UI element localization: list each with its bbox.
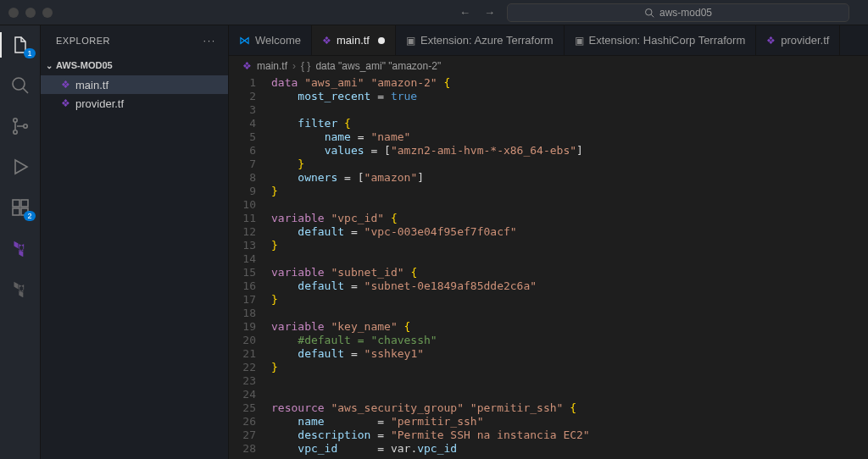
svg-point-0 [645, 8, 652, 15]
svg-rect-8 [13, 208, 19, 215]
file-tree: ❖main.tf❖provider.tf [41, 75, 228, 459]
code-lines[interactable]: data "aws_ami" "amazon-2" { most_recent … [268, 76, 868, 459]
extension-icon: ▣ [406, 35, 415, 47]
sidebar-title: EXPLORER [56, 36, 110, 46]
file-name: main.tf [75, 79, 108, 91]
nav-forward-icon[interactable]: → [484, 6, 495, 19]
terraform-icon[interactable] [9, 237, 31, 259]
terraform-file-icon: ❖ [766, 35, 776, 47]
breadcrumb-file: main.tf [257, 60, 287, 72]
nav-back-icon[interactable]: ← [459, 6, 470, 19]
extensions-badge: 2 [24, 211, 35, 221]
explorer-badge: 1 [24, 48, 35, 58]
editor-tab[interactable]: ❖provider.tf [756, 25, 840, 55]
editor-tab[interactable]: ▣Extension: HashiCorp Terraform [565, 25, 757, 55]
tab-label: Extension: HashiCorp Terraform [589, 34, 746, 47]
svg-line-1 [651, 14, 654, 17]
folder-header[interactable]: ⌄ AWS-MOD05 [41, 55, 228, 75]
terraform-file-icon: ❖ [61, 97, 70, 109]
dirty-indicator [378, 37, 385, 44]
terraform-file-icon: ❖ [322, 35, 331, 47]
window-controls [8, 8, 53, 18]
editor-tabs: ⋈Welcome❖main.tf▣Extension: Azure Terraf… [229, 25, 868, 56]
svg-rect-7 [13, 200, 19, 207]
more-icon[interactable]: ··· [203, 36, 216, 46]
editor-tab[interactable]: ❖main.tf [312, 25, 396, 55]
breadcrumb-symbol: data "aws_ami" "amazon-2" [315, 60, 441, 72]
minimize-window-button[interactable] [25, 8, 36, 18]
svg-point-5 [13, 130, 16, 134]
svg-line-3 [23, 88, 28, 93]
tab-label: Extension: Azure Terraform [420, 34, 554, 47]
tab-label: provider.tf [781, 34, 829, 47]
line-number-gutter: 1234567891011121314151617181920212223242… [229, 76, 268, 459]
file-tree-item[interactable]: ❖provider.tf [41, 94, 228, 113]
command-center[interactable]: aws-mod05 [507, 3, 849, 22]
nav-arrows: ← → [459, 6, 495, 19]
tab-label: main.tf [337, 34, 370, 47]
svg-point-6 [23, 124, 26, 128]
extension-icon: ▣ [575, 35, 584, 47]
svg-point-2 [13, 78, 25, 90]
svg-rect-10 [21, 200, 28, 207]
maximize-window-button[interactable] [42, 8, 53, 18]
explorer-icon[interactable]: 1 [9, 34, 31, 56]
brackets-icon: { } [301, 60, 310, 72]
vscode-icon: ⋈ [239, 34, 250, 47]
run-debug-icon[interactable] [9, 156, 31, 178]
editor-area: ⋈Welcome❖main.tf▣Extension: Azure Terraf… [229, 25, 868, 459]
file-name: provider.tf [75, 97, 124, 110]
close-window-button[interactable] [8, 8, 19, 18]
code-editor[interactable]: 1234567891011121314151617181920212223242… [229, 76, 868, 459]
editor-tab[interactable]: ▣Extension: Azure Terraform [396, 25, 565, 55]
activity-bar: 1 2 [0, 25, 41, 459]
search-activity-icon[interactable] [9, 75, 31, 97]
editor-tab[interactable]: ⋈Welcome [229, 25, 312, 55]
breadcrumb-separator: › [292, 60, 296, 72]
terraform-file-icon: ❖ [242, 60, 252, 72]
file-tree-item[interactable]: ❖main.tf [41, 75, 228, 94]
folder-name: AWS-MOD05 [56, 60, 113, 70]
extensions-icon[interactable]: 2 [9, 196, 31, 218]
title-bar: ← → aws-mod05 [0, 0, 868, 25]
terraform-icon-2[interactable] [9, 278, 31, 300]
explorer-sidebar: EXPLORER ··· ⌄ AWS-MOD05 ❖main.tf❖provid… [41, 25, 229, 459]
chevron-down-icon: ⌄ [46, 61, 53, 70]
source-control-icon[interactable] [9, 115, 31, 137]
terraform-file-icon: ❖ [61, 79, 70, 91]
search-icon [644, 8, 654, 18]
svg-point-4 [13, 119, 16, 122]
command-center-text: aws-mod05 [659, 7, 712, 19]
tab-label: Welcome [255, 34, 301, 47]
breadcrumb[interactable]: ❖ main.tf › { } data "aws_ami" "amazon-2… [229, 56, 868, 76]
